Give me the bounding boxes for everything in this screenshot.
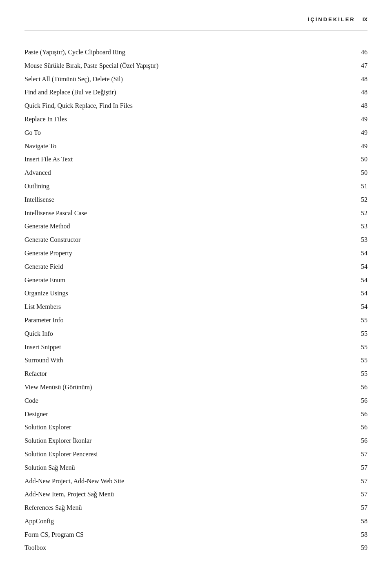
toc-entry-page: 49 (342, 126, 368, 140)
toc-row: Find and Replace (Bul ve Değiştir)48 (24, 86, 368, 99)
toc-entry-text: Insert File As Text (24, 153, 342, 166)
toc-row: Generate Property54 (24, 247, 368, 260)
toc-entry-text: Intellisense Pascal Case (24, 207, 342, 220)
toc-row: Generate Method53 (24, 220, 368, 233)
toc-entry-text: Generate Enum (24, 274, 342, 287)
toc-entry-text: Go To (24, 126, 342, 140)
toc-row: Quick Info55 (24, 327, 368, 341)
toc-row: Solution Explorer56 (24, 421, 368, 434)
toc-entry-text: Quick Find, Quick Replace, Find In Files (24, 99, 342, 113)
toc-entry-page: 58 (342, 515, 368, 528)
toc-row: Add-New Item, Project Sağ Menü57 (24, 488, 368, 501)
toc-row: Designer56 (24, 408, 368, 421)
toc-entry-text: Insert Snippet (24, 341, 342, 354)
toc-entry-page: 49 (342, 113, 368, 126)
toc-table: Paste (Yapıştır), Cycle Clipboard Ring46… (24, 46, 368, 555)
toc-entry-text: References Sağ Menü (24, 501, 342, 515)
toc-entry-page: 46 (342, 46, 368, 59)
toc-entry-text: Surround With (24, 354, 342, 367)
toc-entry-text: Add-New Item, Project Sağ Menü (24, 488, 342, 501)
toc-entry-page: 51 (342, 180, 368, 193)
toc-row: Organize Usings54 (24, 287, 368, 300)
toc-entry-text: Quick Info (24, 327, 342, 341)
toc-row: Refactor55 (24, 367, 368, 381)
toc-entry-text: Add-New Project, Add-New Web Site (24, 475, 342, 488)
toc-entry-text: List Members (24, 300, 342, 314)
toc-entry-text: Generate Property (24, 247, 342, 260)
toc-row: Parameter Info55 (24, 314, 368, 327)
toc-row: Insert Snippet55 (24, 341, 368, 354)
toc-entry-page: 48 (342, 86, 368, 99)
toc-entry-text: Navigate To (24, 140, 342, 153)
toc-entry-page: 57 (342, 461, 368, 475)
toc-entry-page: 55 (342, 327, 368, 341)
toc-entry-text: Select All (Tümünü Seç), Delete (Sil) (24, 73, 342, 86)
toc-entry-page: 52 (342, 193, 368, 207)
toc-entry-page: 50 (342, 153, 368, 166)
toc-entry-text: Mouse Sürükle Bırak, Paste Special (Özel… (24, 59, 342, 73)
toc-entry-page: 54 (342, 247, 368, 260)
toc-entry-page: 55 (342, 354, 368, 367)
toc-entry-page: 57 (342, 448, 368, 461)
toc-entry-text: Advanced (24, 166, 342, 180)
toc-row: AppConfig58 (24, 515, 368, 528)
toc-entry-text: Paste (Yapıştır), Cycle Clipboard Ring (24, 46, 342, 59)
toc-entry-page: 49 (342, 140, 368, 153)
page-header: İÇİNDEKİLER IX (24, 16, 368, 31)
toc-row: Intellisense Pascal Case52 (24, 207, 368, 220)
toc-row: Add-New Project, Add-New Web Site57 (24, 475, 368, 488)
toc-row: Quick Find, Quick Replace, Find In Files… (24, 99, 368, 113)
toc-row: Navigate To49 (24, 140, 368, 153)
toc-entry-text: Generate Field (24, 260, 342, 274)
toc-entry-text: Generate Constructor (24, 233, 342, 247)
toc-row: Generate Enum54 (24, 274, 368, 287)
toc-entry-page: 52 (342, 207, 368, 220)
toc-row: References Sağ Menü57 (24, 501, 368, 515)
toc-entry-page: 53 (342, 220, 368, 233)
toc-row: Solution Explorer Penceresi57 (24, 448, 368, 461)
toc-entry-page: 57 (342, 488, 368, 501)
toc-row: Replace In Files49 (24, 113, 368, 126)
toc-row: Paste (Yapıştır), Cycle Clipboard Ring46 (24, 46, 368, 59)
toc-entry-page: 57 (342, 475, 368, 488)
toc-entry-page: 54 (342, 274, 368, 287)
toc-entry-text: Generate Method (24, 220, 342, 233)
toc-entry-page: 59 (342, 541, 368, 555)
toc-row: Outlining51 (24, 180, 368, 193)
toc-entry-text: Solution Explorer Penceresi (24, 448, 342, 461)
toc-row: Solution Sağ Menü57 (24, 461, 368, 475)
toc-entry-text: View Menüsü (Görünüm) (24, 381, 342, 394)
toc-entry-text: Toolbox (24, 541, 342, 555)
toc-entry-page: 54 (342, 300, 368, 314)
toc-entry-page: 55 (342, 314, 368, 327)
toc-entry-page: 50 (342, 166, 368, 180)
toc-entry-page: 56 (342, 394, 368, 408)
toc-entry-text: Code (24, 394, 342, 408)
toc-entry-text: Intellisense (24, 193, 342, 207)
toc-entry-page: 56 (342, 408, 368, 421)
toc-entry-text: Solution Sağ Menü (24, 461, 342, 475)
toc-entry-page: 55 (342, 367, 368, 381)
toc-row: Toolbox59 (24, 541, 368, 555)
toc-row: Solution Explorer İkonlar56 (24, 434, 368, 448)
toc-row: Insert File As Text50 (24, 153, 368, 166)
toc-row: Surround With55 (24, 354, 368, 367)
toc-entry-text: Form CS, Program CS (24, 528, 342, 542)
toc-entry-page: 56 (342, 381, 368, 394)
toc-entry-page: 57 (342, 501, 368, 515)
toc-entry-text: Solution Explorer İkonlar (24, 434, 342, 448)
toc-row: Form CS, Program CS58 (24, 528, 368, 542)
toc-entry-page: 54 (342, 287, 368, 300)
toc-row: Code56 (24, 394, 368, 408)
toc-entry-text: Refactor (24, 367, 342, 381)
toc-entry-page: 55 (342, 341, 368, 354)
toc-entry-page: 56 (342, 434, 368, 448)
toc-row: Mouse Sürükle Bırak, Paste Special (Özel… (24, 59, 368, 73)
toc-row: Intellisense52 (24, 193, 368, 207)
toc-row: Generate Field54 (24, 260, 368, 274)
toc-entry-page: 53 (342, 233, 368, 247)
toc-row: Select All (Tümünü Seç), Delete (Sil)48 (24, 73, 368, 86)
toc-entry-text: Designer (24, 408, 342, 421)
toc-row: Generate Constructor53 (24, 233, 368, 247)
toc-entry-text: Organize Usings (24, 287, 342, 300)
